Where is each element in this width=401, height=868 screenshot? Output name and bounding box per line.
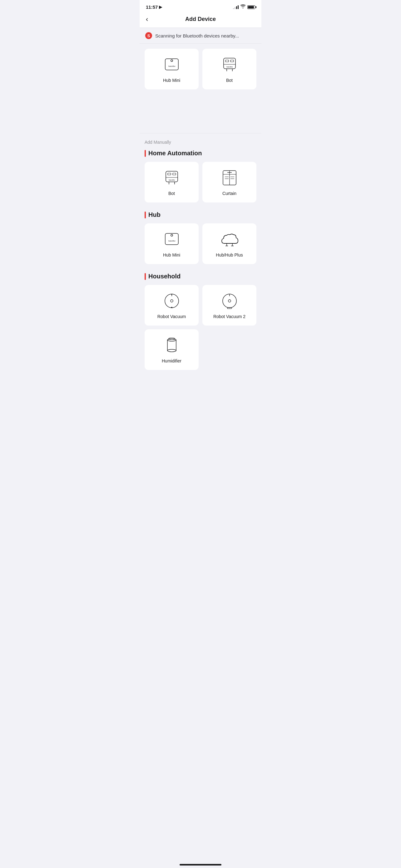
category-bar-hub [144,212,146,218]
spacer [140,96,261,133]
humidifier-icon [162,336,181,354]
hub-section: SwitchBot Hub Mini Hub/Hub Plus [140,223,261,270]
manual-hub-mini[interactable]: SwitchBot Hub Mini [144,223,199,264]
status-bar: 11:57 ▶ [140,0,261,12]
discovered-hub-mini[interactable]: SwitchBot Hub Mini [144,49,199,89]
manual-hub-plus[interactable]: Hub/Hub Plus [202,223,257,264]
home-automation-title: Home Automation [148,150,202,157]
home-automation-grid: SwitchBot Bot [144,162,257,203]
robot-vacuum-2-label: Robot Vacuum 2 [213,314,245,319]
household-header: Household [144,273,257,280]
humidifier[interactable]: Humidifier [144,329,199,370]
wifi-icon [240,5,245,9]
discovered-hub-mini-label: Hub Mini [163,78,180,83]
svg-point-36 [171,294,172,295]
svg-rect-0 [165,59,178,70]
hub-title: Hub [148,211,161,218]
manual-bot-label: Bot [168,191,175,196]
discovered-section: SwitchBot Hub Mini SwitchBot Bot [140,44,261,96]
household-grid: Robot Vacuum Robot Vacuum 2 [144,285,257,370]
hub-plus-icon [220,230,239,249]
household-section-header: Household [140,270,261,280]
svg-rect-4 [226,60,229,62]
add-manually-section: Add Manually Home Automation [140,133,261,157]
robot-vacuum-label: Robot Vacuum [157,314,186,319]
curtain-label: Curtain [222,191,236,196]
svg-rect-39 [227,307,232,309]
manual-bot-icon: SwitchBot [162,168,181,187]
discovered-bot-label: Bot [226,78,233,83]
svg-point-1 [171,60,173,62]
household-title: Household [148,273,180,280]
hub-grid: SwitchBot Hub Mini Hub/Hub Plus [144,223,257,264]
time-display: 11:57 [146,4,158,10]
hub-mini-icon: SwitchBot [162,55,181,74]
manual-bot[interactable]: SwitchBot Bot [144,162,199,203]
bot-icon: SwitchBot [220,55,239,74]
svg-text:SwitchBot: SwitchBot [168,179,175,181]
svg-point-35 [171,307,172,308]
category-bar-household [144,273,146,280]
scanning-text: Scanning for Bluetooth devices nearby... [155,33,239,38]
svg-point-45 [167,349,176,352]
home-automation-header: Home Automation [144,150,257,157]
nav-header: ‹ Add Device [140,12,261,28]
robot-vacuum-2[interactable]: Robot Vacuum 2 [202,285,257,326]
robot-vacuum[interactable]: Robot Vacuum [144,285,199,326]
hub-section-header: Hub [140,209,261,218]
manual-hub-mini-icon: SwitchBot [162,230,181,249]
robot-vacuum-2-icon [220,291,239,310]
manual-hub-plus-label: Hub/Hub Plus [216,252,243,257]
battery-icon [247,5,255,9]
humidifier-label: Humidifier [162,359,181,363]
svg-rect-5 [231,60,234,62]
status-right [233,5,255,9]
svg-rect-11 [168,173,171,175]
discovered-bot[interactable]: SwitchBot Bot [202,49,257,89]
status-left: 11:57 ▶ [146,4,162,10]
back-button[interactable]: ‹ [146,15,148,24]
svg-text:SwitchBot: SwitchBot [226,66,233,68]
hub-header: Hub [144,211,257,218]
curtain-icon [220,168,239,187]
household-section: Robot Vacuum Robot Vacuum 2 [140,285,261,389]
svg-point-33 [170,300,173,302]
discovered-devices-grid: SwitchBot Hub Mini SwitchBot Bot [144,49,257,89]
signal-icon [233,5,239,9]
page-title: Add Device [185,16,216,23]
svg-point-38 [228,300,231,302]
svg-rect-25 [165,234,178,245]
scanning-banner: S Scanning for Bluetooth devices nearby.… [140,28,261,44]
manual-hub-mini-label: Hub Mini [163,252,180,257]
svg-rect-12 [173,173,176,175]
robot-vacuum-icon [162,291,181,310]
scanning-icon: S [145,32,152,39]
location-icon: ▶ [159,5,162,9]
svg-text:SwitchBot: SwitchBot [168,240,175,242]
home-indicator [179,864,222,866]
add-manually-label: Add Manually [144,140,257,145]
home-automation-section: SwitchBot Bot [140,162,261,209]
manual-curtain[interactable]: Curtain [202,162,257,203]
category-bar-home [144,150,146,157]
svg-point-26 [171,234,173,236]
svg-text:SwitchBot: SwitchBot [168,65,175,67]
